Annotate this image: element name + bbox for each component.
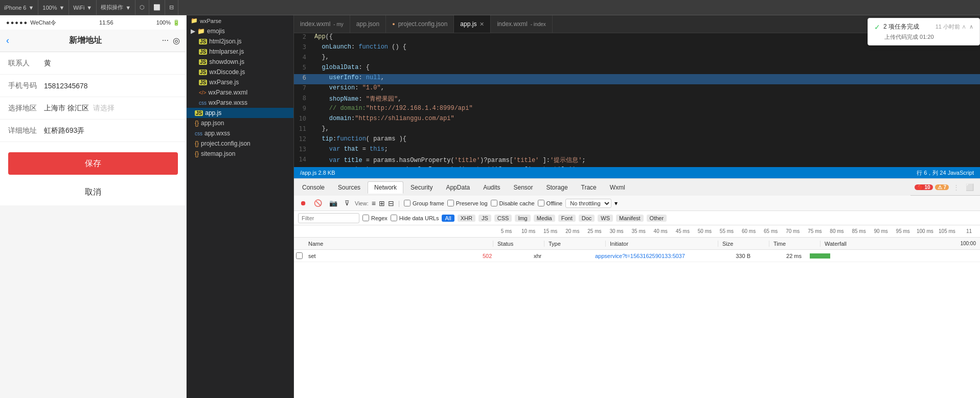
filter-input[interactable] [298,213,359,223]
camera-button[interactable]: 📷 [327,198,339,208]
col-waterfall-header[interactable]: Waterfall 100:00 [821,241,980,247]
devtools-more-btn[interactable]: ⋮ [951,182,962,192]
tab-security[interactable]: Security [404,182,439,193]
contact-row: 联系人 黄 [0,52,186,75]
disable-cache-checkbox[interactable] [491,200,497,206]
col-size-header[interactable]: Size [718,241,769,247]
code-scroll[interactable]: 2 App({ 3 onLaunch: function () { 4 [294,33,980,167]
col-initiator-header[interactable]: Initiator [606,241,718,247]
regex-checkbox[interactable] [362,215,369,221]
device-selector[interactable]: iPhone 6 ▼ [0,0,38,15]
region-row[interactable]: 选择地区 上海市 徐汇区 请选择 [0,97,186,120]
tab-appdata[interactable]: AppData [440,182,476,193]
clear-button[interactable]: 🚫 [312,198,324,208]
compile-btn[interactable]: ⬡ [135,0,149,15]
filter-other[interactable]: Other [647,215,667,222]
form-section: 联系人 黄 手机号码 15812345678 选择地区 上海市 徐汇区 请选择 [0,52,186,142]
preserve-log-toggle[interactable]: Preserve log [447,200,488,206]
tab-sources[interactable]: Sources [332,182,367,193]
filter-css[interactable]: CSS [494,215,512,222]
offline-checkbox[interactable] [538,200,544,206]
tab-index-wxml-my[interactable]: index.wxml - my [294,15,350,33]
tab-index-wxml-index[interactable]: index.wxml - index [491,15,552,33]
location-button[interactable]: ◎ [173,36,180,45]
list-view-icon[interactable]: ≡ [372,199,376,207]
row-initiator[interactable]: appservice?t=1563162590133:5037 [591,253,703,259]
row-checkbox[interactable] [296,252,303,259]
filter-js[interactable]: JS [478,215,491,222]
group-frame-checkbox[interactable] [404,200,411,206]
wxparse-wxml-file[interactable]: </> wxParse.wxml [187,87,293,98]
devtools-expand-btn[interactable]: ⬜ [964,182,976,192]
filter-doc[interactable]: Doc [579,215,595,222]
code-status-bar: /app.js 2.8 KB 行 6，列 24 JavaScript [294,167,980,178]
filter-xhr[interactable]: XHR [458,215,475,222]
tab-app-json[interactable]: app.json [350,15,386,33]
network-selector[interactable]: WiFi ▼ [69,0,97,15]
expand-btn[interactable]: ∧ [969,24,973,30]
mode-selector[interactable]: 模拟操作 ▼ [97,0,135,15]
col-status-header[interactable]: Status [493,241,544,247]
col-name-header[interactable]: Name [304,241,493,247]
tab-network[interactable]: Network [368,181,403,194]
wxss-icon: css [195,131,202,136]
record-button[interactable]: ⏺ [298,198,309,208]
app-container: iPhone 6 ▼ 100% ▼ WiFi ▼ 模拟操作 ▼ ⬡ ⬜ ⊟ [0,0,980,398]
htmlparser-file[interactable]: JS htmlparser.js [187,46,293,57]
appwxss-file[interactable]: css app.wxss [187,128,293,138]
error-badge: 🔴 10 [915,184,933,190]
throttle-select[interactable]: No throttling [565,199,611,208]
group-frame-toggle[interactable]: Group frame [404,200,444,206]
disable-cache-toggle[interactable]: Disable cache [491,200,535,206]
split-btn[interactable]: ⊟ [165,0,178,15]
tab-audits[interactable]: Audits [477,182,506,193]
html2json-file[interactable]: JS html2json.js [187,36,293,46]
device-dropdown-icon: ▼ [28,5,34,11]
row-name: set [304,253,478,259]
col-type-header[interactable]: Type [544,241,606,247]
filter-ws[interactable]: WS [598,215,613,222]
project-config-file[interactable]: {} project.config.json [187,138,293,149]
appjson-file[interactable]: {} app.json [187,118,293,128]
tab-close-btn[interactable]: ✕ [480,21,484,28]
json-icon: {} [195,150,199,157]
filter-button[interactable]: ⊽ [343,198,352,208]
throttle-dropdown-icon: ▾ [614,200,618,207]
save-button[interactable]: 保存 [8,152,178,175]
filter-font[interactable]: Font [558,215,576,222]
regex-toggle[interactable]: Regex [362,215,388,221]
network-row-set[interactable]: set 502 xhr appservice?t=1563162590133:5… [294,250,980,262]
col-time-header[interactable]: Time [769,241,821,247]
filter-img[interactable]: Img [515,215,530,222]
emojis-folder[interactable]: ▶ 📁 emojis [187,26,293,36]
tab-app-js[interactable]: app.js ✕ [454,15,491,33]
wxparse-wxss-file[interactable]: css wxParse.wxss [187,98,293,108]
filter-all[interactable]: All [442,215,454,222]
appjs-file[interactable]: JS app.js [187,108,293,118]
preserve-log-checkbox[interactable] [447,200,454,206]
cancel-button[interactable]: 取消 [8,181,178,203]
filter-manifest[interactable]: Manifest [616,215,644,222]
phone-status-left: ●●●●● WeChat令 [6,19,56,27]
wxdiscode-file[interactable]: JS wxDiscode.js [187,67,293,77]
hide-data-urls-toggle[interactable]: Hide data URLs [391,215,439,221]
tab-wxml[interactable]: Wxml [604,182,631,193]
tab-project-config[interactable]: ● project.config.json [386,15,454,33]
filter-media[interactable]: Media [534,215,555,222]
zoom-selector[interactable]: 100% ▼ [38,0,69,15]
tab-trace[interactable]: Trace [575,182,603,193]
group-view-icon[interactable]: ⊟ [388,199,394,207]
offline-toggle[interactable]: Offline [538,200,563,206]
wxparse-js-file[interactable]: JS wxParse.js [187,77,293,87]
contact-value: 黄 [44,59,178,68]
tab-console[interactable]: Console [296,182,331,193]
layout-btn[interactable]: ⬜ [149,0,165,15]
grid-view-icon[interactable]: ⊞ [379,199,385,207]
back-button[interactable]: ‹ [6,35,9,46]
sitemap-file[interactable]: {} sitemap.json [187,149,293,159]
tab-sensor[interactable]: Sensor [508,182,539,193]
hide-data-urls-checkbox[interactable] [391,215,397,221]
more-button[interactable]: ··· [162,36,169,45]
showdown-file[interactable]: JS showdown.js [187,57,293,67]
tab-storage[interactable]: Storage [540,182,574,193]
